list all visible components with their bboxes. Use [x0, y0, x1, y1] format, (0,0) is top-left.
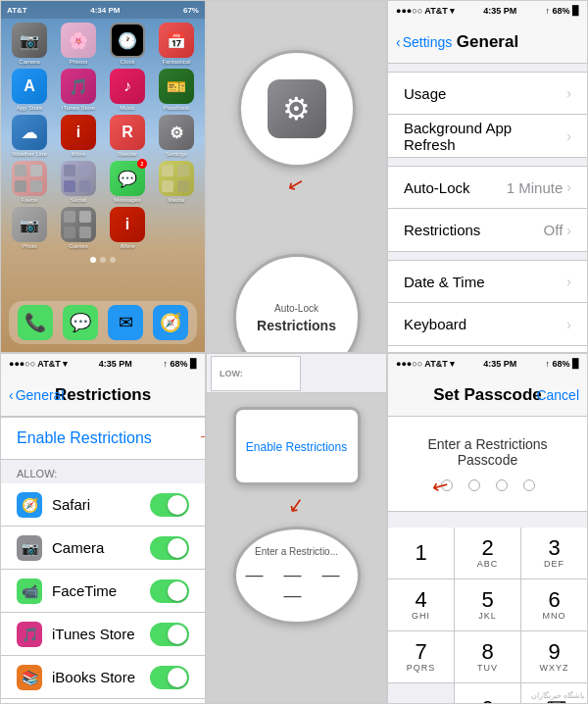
- camera-allow-icon: 📷: [17, 535, 42, 561]
- settings-rows-group3: Date & Time › Keyboard › International ›: [388, 260, 587, 353]
- dock-mailbox[interactable]: ✉: [108, 305, 143, 340]
- chevron-icon: ›: [566, 223, 571, 238]
- app-reeder[interactable]: R Reeder: [105, 115, 150, 157]
- ibooks-icon: 📚: [17, 665, 42, 690]
- panel-middle-bottom: LOW: Enable Restrictions ↙ Enter a Restr…: [206, 353, 387, 704]
- circle-4-wrapper: Enter a Restrictio... — — — —: [207, 527, 386, 625]
- dock-safari[interactable]: 🧭: [153, 305, 188, 340]
- key-0[interactable]: 0: [455, 683, 520, 704]
- fantastical-icon: 📅: [159, 23, 194, 58]
- app-itunes[interactable]: 🎵 iTunes Store: [56, 69, 101, 111]
- carrier-restrictions: ●●●○○ AT&T ▾: [9, 359, 68, 369]
- key-6[interactable]: 6 MNO: [521, 579, 587, 630]
- photos-icon: 🌸: [61, 23, 96, 58]
- itunes-toggle[interactable]: [150, 623, 189, 646]
- row-installing[interactable]: A Installing Apps: [1, 699, 205, 704]
- panel-homescreen: AT&T 4:34 PM 67% 📷 Camera 🌸 Photos 🕐 Clo…: [0, 0, 206, 353]
- photo2-icon: 📷: [12, 207, 47, 242]
- circle-2-wrapper: Auto-Lock Restrictions: [207, 205, 386, 353]
- key-8[interactable]: 8 TUV: [455, 631, 520, 682]
- safari-toggle[interactable]: [150, 493, 189, 517]
- key-7[interactable]: 7 PQRS: [388, 631, 454, 682]
- chevron-icon: ›: [566, 128, 571, 144]
- nav-bar-restrictions: ‹ General Restrictions: [1, 374, 205, 417]
- key-1[interactable]: 1: [388, 528, 454, 578]
- key-empty-left: [388, 683, 454, 704]
- panel-restrictions: ●●●○○ AT&T ▾ 4:35 PM ↑ 68% ▉ ‹ General R…: [0, 353, 206, 704]
- row-facetime[interactable]: 📹 FaceTime: [1, 570, 205, 613]
- settings-row-datetime[interactable]: Date & Time ›: [388, 260, 587, 303]
- carrier-settings: ●●●○○ AT&T ▾: [396, 6, 455, 16]
- nav-cancel-passcode[interactable]: Cancel: [536, 387, 579, 403]
- app-messages[interactable]: 💬2 Messages: [105, 161, 150, 203]
- itunes-icon: 🎵: [61, 69, 96, 104]
- zoom-circle-settings: ⚙: [238, 50, 356, 168]
- keypad: 1 2 ABC 3 DEF 4 GHI 5 JKL 6 MNO: [388, 528, 587, 704]
- app-folder2[interactable]: Social: [56, 161, 101, 203]
- dock-messages[interactable]: 💬: [63, 305, 98, 340]
- app-media[interactable]: Media: [154, 161, 199, 203]
- enable-restrictions-wrapper: Enable Restrictions →: [1, 417, 205, 460]
- app-photos[interactable]: 🌸 Photos: [56, 23, 101, 65]
- clock-icon: 🕐: [110, 23, 145, 58]
- dock-phone[interactable]: 📞: [18, 305, 53, 340]
- nav-bar-passcode: Set Passcode Cancel: [388, 374, 587, 417]
- settings-row-autolock[interactable]: Auto-Lock 1 Minute ›: [388, 166, 587, 209]
- nav-title-passcode: Set Passcode: [433, 385, 542, 405]
- carrier-home: AT&T: [7, 6, 27, 15]
- facetime-toggle[interactable]: [150, 579, 189, 603]
- settings-row-international[interactable]: International ›: [388, 346, 587, 353]
- nav-back-restrictions[interactable]: ‹ General: [9, 387, 64, 403]
- ibooks-toggle[interactable]: [150, 666, 189, 689]
- app-games[interactable]: Games: [56, 207, 101, 249]
- app-settings[interactable]: ⚙ Settings: [154, 115, 199, 157]
- key-4[interactable]: 4 GHI: [388, 579, 454, 630]
- appstore-icon: A: [12, 69, 47, 104]
- app-clock[interactable]: 🕐 Clock: [105, 23, 150, 65]
- app-imore2[interactable]: i iMore: [105, 207, 150, 249]
- nav-bar-settings: ‹ Settings General: [388, 21, 587, 64]
- media-icon: [159, 161, 194, 196]
- zoom-circle-passcode: Enter a Restrictio... — — — —: [233, 527, 361, 625]
- main-grid: AT&T 4:34 PM 67% 📷 Camera 🌸 Photos 🕐 Clo…: [0, 0, 588, 704]
- nav-back-settings[interactable]: ‹ Settings: [396, 34, 452, 50]
- music-icon: ♪: [110, 69, 145, 104]
- arrow-down-1: ↙: [288, 172, 305, 195]
- enable-restrictions-zoom: Enable Restrictions: [246, 440, 347, 454]
- row-ibooks[interactable]: 📚 iBooks Store: [1, 656, 205, 699]
- panel-settings-general: ●●●○○ AT&T ▾ 4:35 PM ↑ 68% ▉ ‹ Settings …: [387, 0, 588, 353]
- nav-title-settings: General: [457, 32, 518, 52]
- app-fantastical[interactable]: 📅 Fantastical: [154, 23, 199, 65]
- app-photo2[interactable]: 📷 Photo: [7, 207, 52, 249]
- app-imore[interactable]: i iMore: [56, 115, 101, 157]
- zoom-circle-restrictions: Auto-Lock Restrictions: [233, 254, 361, 353]
- app-appstore[interactable]: A App Store: [7, 69, 52, 111]
- chevron-icon: ›: [566, 317, 571, 332]
- nav-title-restrictions: Restrictions: [55, 385, 151, 405]
- row-itunes[interactable]: 🎵 iTunes Store: [1, 613, 205, 656]
- dot-2: [468, 479, 480, 491]
- enable-restrictions-label: Enable Restrictions: [17, 429, 152, 447]
- app-weatherline[interactable]: ☁ Weather Line: [7, 115, 52, 157]
- dot-4: [523, 479, 535, 491]
- row-safari[interactable]: 🧭 Safari: [1, 483, 205, 527]
- red-arrow-enable: →: [197, 427, 206, 447]
- enable-restrictions-row[interactable]: Enable Restrictions: [1, 417, 205, 460]
- app-folder1[interactable]: Favce: [7, 161, 52, 203]
- key-2[interactable]: 2 ABC: [455, 528, 520, 578]
- key-3[interactable]: 3 DEF: [521, 528, 587, 578]
- status-bar-passcode: ●●●○○ AT&T ▾ 4:35 PM ↑ 68% ▉: [388, 354, 587, 374]
- row-camera[interactable]: 📷 Camera: [1, 527, 205, 570]
- key-9[interactable]: 9 WXYZ: [521, 631, 587, 682]
- app-camera[interactable]: 📷 Camera: [7, 23, 52, 65]
- app-music[interactable]: ♪ Music: [105, 69, 150, 111]
- settings-row-keyboard[interactable]: Keyboard ›: [388, 303, 587, 346]
- camera-toggle[interactable]: [150, 536, 189, 560]
- key-5[interactable]: 5 JKL: [455, 579, 520, 630]
- circle-1-wrapper: ⚙: [207, 21, 386, 168]
- settings-row-restrictions[interactable]: Restrictions Off › →: [388, 209, 587, 252]
- settings-row-background-refresh[interactable]: Background App Refresh ›: [388, 115, 587, 158]
- app-passbook[interactable]: 🎫 Passbook: [154, 69, 199, 111]
- settings-row-usage[interactable]: Usage ›: [388, 72, 587, 115]
- chevron-back-icon: ‹: [9, 387, 14, 403]
